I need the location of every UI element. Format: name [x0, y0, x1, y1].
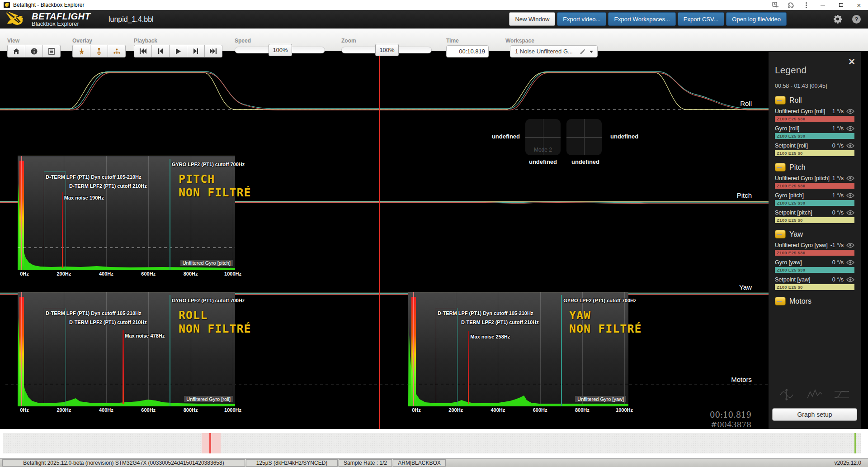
time-input[interactable]: 00:10.819 — [446, 45, 489, 57]
legend-group-header-motors[interactable]: Motors — [775, 297, 854, 305]
info-icon[interactable] — [25, 45, 43, 57]
legend-field-item: Setpoint [roll]0 °/sZ100 E25 $0 — [775, 143, 854, 156]
spectrum-series-label: Unfiltered Gyro [yaw] — [575, 396, 626, 402]
zoom-vertical-icon[interactable] — [779, 388, 796, 401]
play-icon[interactable] — [169, 45, 187, 57]
eye-icon[interactable] — [846, 277, 854, 282]
raw-graph-icon[interactable] — [807, 388, 823, 401]
edit-pencil-icon[interactable] — [580, 49, 585, 55]
statusbar: Betaflight 2025.12.0-beta (norevision) S… — [0, 458, 868, 467]
speed-slider-handle[interactable]: 100% — [269, 44, 292, 56]
settings-gear-icon[interactable] — [833, 14, 842, 24]
gyro-lpf2-line — [170, 295, 170, 406]
eye-icon[interactable] — [846, 176, 854, 181]
field-settings-bar[interactable]: Z100 E25 $0 — [775, 217, 854, 223]
field-settings-bar[interactable]: Z100 E25 $30 — [775, 200, 854, 206]
export-csv-button[interactable]: Export CSV... — [678, 12, 725, 26]
current-frame-display: #0043878 — [711, 420, 751, 429]
spectrum-series-label: Unfiltered Gyro [pitch] — [180, 260, 233, 266]
max-noise-label: Max noise 478Hz — [125, 333, 165, 338]
group-collapse-icon[interactable] — [775, 230, 786, 238]
graph-area[interactable]: Roll Pitch Yaw Motors Mode 2 undefined u… — [0, 51, 868, 429]
legend-field-row: Gyro [pitch]1 °/s — [775, 192, 854, 199]
legend-field-row: Unfiltered Gyro [pitch]1 °/s — [775, 175, 854, 181]
maximize-button[interactable] — [832, 0, 850, 10]
field-name: Unfiltered Gyro [roll] — [775, 108, 832, 114]
extensions-icon[interactable] — [783, 0, 798, 10]
legend-group-header-roll[interactable]: Roll — [775, 96, 854, 105]
field-name: Setpoint [pitch] — [775, 210, 832, 216]
eye-icon[interactable] — [846, 126, 854, 131]
axis-tick-label: 800Hz — [575, 407, 590, 413]
minimize-button[interactable] — [814, 0, 832, 10]
workspace-select[interactable]: 1 Noise Unfiltered G... — [510, 45, 598, 57]
dterm-lpf-label: D-TERM LPF (PT1) Dyn cutoff 105-210Hz — [438, 310, 533, 316]
legend-field-item: Unfiltered Gyro [yaw]-1 °/sZ100 E25 $30 — [775, 242, 854, 256]
zoom-label: Zoom — [341, 38, 356, 44]
axis-tick-label: 600Hz — [533, 407, 547, 413]
view-label: View — [7, 38, 19, 44]
eye-icon[interactable] — [846, 193, 854, 198]
field-settings-bar[interactable]: Z100 E25 $30 — [775, 116, 854, 122]
legend-close-icon[interactable]: ✕ — [848, 57, 855, 67]
sticks-icon[interactable] — [90, 45, 108, 57]
legend-field-item: Unfiltered Gyro [pitch]1 °/sZ100 E25 $30 — [775, 175, 854, 189]
group-collapse-icon[interactable] — [775, 163, 786, 172]
legend-group-header-yaw[interactable]: Yaw — [775, 230, 854, 238]
field-settings-bar[interactable]: Z100 E25 $0 — [775, 284, 854, 290]
legend-field-item: Gyro [roll]1 °/sZ100 E25 $30 — [775, 125, 854, 139]
eye-icon[interactable] — [846, 243, 854, 248]
eye-icon[interactable] — [846, 143, 854, 148]
analyser-icon[interactable] — [108, 45, 126, 57]
help-icon[interactable]: ? — [852, 15, 861, 24]
zoom-slider-handle[interactable]: 100% — [375, 44, 399, 56]
spectrum-series-label: Unfiltered Gyro [roll] — [184, 396, 233, 402]
clip-graph-icon[interactable] — [834, 388, 850, 401]
axis-tick-label: 200Hz — [57, 407, 71, 413]
axis-tick-label: 400Hz — [491, 407, 505, 413]
translate-icon[interactable] — [768, 0, 783, 10]
export-workspaces-button[interactable]: Export Workspaces... — [608, 12, 675, 26]
eye-icon[interactable] — [846, 210, 854, 215]
step-back-icon[interactable] — [151, 45, 170, 57]
group-collapse-icon[interactable] — [775, 297, 786, 305]
legend-field-item: Gyro [yaw]0 °/sZ100 E25 $30 — [775, 259, 854, 273]
playback-cursor-line[interactable] — [379, 51, 380, 429]
axis-tick-label: 600Hz — [141, 271, 156, 276]
eye-icon[interactable] — [846, 260, 854, 265]
scrubber-end-marker — [854, 433, 856, 453]
group-collapse-icon[interactable] — [775, 96, 786, 105]
new-window-button[interactable]: New Window — [509, 12, 555, 26]
export-video-button[interactable]: Export video... — [557, 12, 606, 26]
menu-kebab-icon[interactable] — [798, 0, 814, 10]
field-settings-bar[interactable]: Z100 E25 $30 — [775, 267, 854, 273]
home-icon[interactable] — [7, 45, 25, 57]
legend-group-header-pitch[interactable]: Pitch — [775, 163, 854, 172]
graph-setup-button[interactable]: Graph setup — [772, 408, 857, 421]
row-label-pitch: Pitch — [716, 191, 752, 199]
yaw-spectrum: 0Hz200Hz400Hz600Hz800Hz1000Hz GYRO LPF2 … — [408, 292, 628, 406]
field-settings-bar[interactable]: Z100 E25 $0 — [775, 150, 854, 156]
legend-field-row: Gyro [roll]1 °/s — [775, 125, 854, 132]
spectrum-title: PITCHNON FILTRÉ — [179, 172, 251, 200]
field-settings-bar[interactable]: Z100 E25 $30 — [775, 183, 854, 189]
scrubber-position-marker[interactable] — [209, 433, 211, 453]
field-settings-bar[interactable]: Z100 E25 $30 — [775, 250, 854, 256]
jump-start-icon[interactable] — [134, 45, 152, 57]
trace — [0, 71, 769, 109]
gyro-lpf2-label: GYRO LPF2 (PT1) cutoff 700Hz — [172, 298, 245, 303]
status-section-1: 125µS (8kHz/4kHz/SYNCED) — [246, 459, 338, 467]
log-fields-icon[interactable] — [42, 45, 61, 57]
close-button[interactable]: × — [850, 0, 868, 10]
eye-icon[interactable] — [846, 109, 854, 114]
timeline-scrubber[interactable] — [3, 433, 861, 453]
speed-slider[interactable]: 100% — [235, 47, 325, 53]
status-section-2: Sample Rate : 1/2 — [339, 459, 392, 467]
zoom-slider[interactable]: 100% — [341, 47, 432, 53]
craft-icon[interactable] — [72, 45, 90, 57]
step-forward-icon[interactable] — [187, 45, 205, 57]
jump-end-icon[interactable] — [204, 45, 222, 57]
field-name: Setpoint [yaw] — [775, 276, 832, 283]
open-log-file-video-button[interactable]: Open log file/video — [726, 12, 787, 26]
field-settings-bar[interactable]: Z100 E25 $30 — [775, 133, 854, 139]
